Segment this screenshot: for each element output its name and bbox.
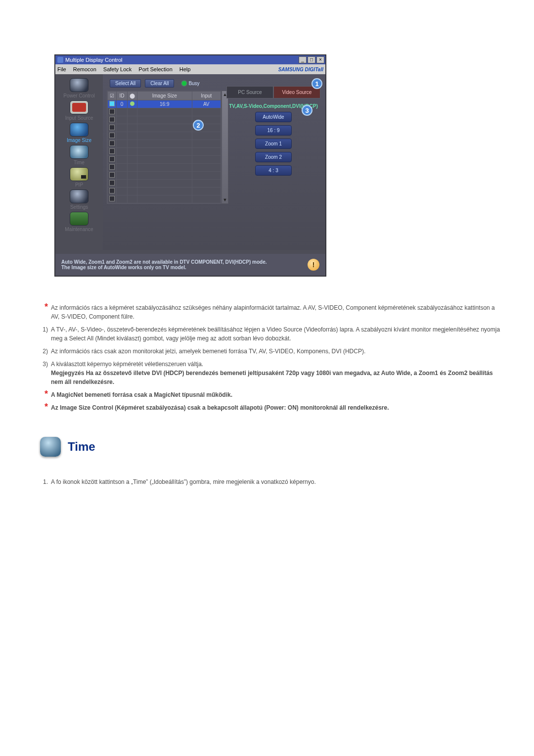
sidebar-item-image-size[interactable]: Image Size bbox=[57, 123, 101, 143]
table-row[interactable] bbox=[108, 132, 221, 140]
sidebar-item-settings[interactable]: Settings bbox=[57, 189, 101, 210]
footnote-line2: The Image size of AutoWide works only on… bbox=[61, 265, 267, 270]
callout-badge-3: 3 bbox=[302, 105, 312, 116]
window-title: Multiple Display Control bbox=[65, 57, 123, 63]
table-row[interactable] bbox=[108, 108, 221, 116]
row-checkbox[interactable] bbox=[109, 148, 115, 154]
brand-logo: SAMSUNG DIGITall bbox=[278, 67, 323, 72]
busy-dot-icon bbox=[182, 81, 186, 86]
row-checkbox[interactable] bbox=[109, 109, 115, 114]
menu-remocon[interactable]: Remocon bbox=[73, 66, 96, 72]
sidebar-item-power-control[interactable]: Power Control bbox=[57, 78, 101, 98]
row-checkbox[interactable] bbox=[109, 172, 115, 178]
sidebar-item-label: Maintenance bbox=[65, 227, 93, 232]
menu-file[interactable]: File bbox=[57, 66, 66, 72]
row-checkbox[interactable] bbox=[109, 125, 115, 130]
col-id: ID bbox=[117, 92, 128, 100]
paragraph-bold: A MagicNet bemeneti forrása csak a Magic… bbox=[51, 391, 232, 398]
sidebar-item-time[interactable]: Time bbox=[57, 145, 101, 165]
app-window: Multiple Display Control _ □ × File Remo… bbox=[55, 55, 326, 276]
opt-16-9[interactable]: 16 : 9 bbox=[255, 125, 292, 136]
paragraph: A TV-, AV-, S-Video-, összetevő-berendez… bbox=[51, 325, 502, 343]
menubar: File Remocon Safety Lock Port Selection … bbox=[55, 64, 325, 74]
star-icon: * bbox=[37, 403, 48, 412]
row-checkbox[interactable] bbox=[109, 196, 115, 201]
table-row[interactable] bbox=[108, 172, 221, 180]
section-time-heading: Time bbox=[37, 437, 502, 457]
row-checkbox[interactable] bbox=[109, 141, 115, 146]
input-source-icon bbox=[70, 100, 89, 114]
table-row[interactable] bbox=[108, 195, 221, 203]
paragraph-bold: Megjegyzés Ha az összetevő illetve DVI (… bbox=[51, 370, 493, 385]
star-icon: * bbox=[37, 390, 48, 399]
warning-icon: ! bbox=[308, 259, 319, 271]
app-footnote: Auto Wide, Zoom1 and Zoom2 are not avail… bbox=[55, 254, 325, 276]
opt-zoom1[interactable]: Zoom 1 bbox=[255, 139, 292, 149]
row-checkbox[interactable] bbox=[109, 180, 115, 186]
table-header-row: ☑ ID ⬤ Image Size Input bbox=[108, 92, 221, 100]
sidebar-item-maintenance[interactable]: Maintenance bbox=[57, 212, 101, 232]
sidebar-item-label: PIP bbox=[75, 182, 83, 188]
opt-zoom2[interactable]: Zoom 2 bbox=[255, 152, 292, 162]
col-input: Input bbox=[192, 92, 221, 100]
scroll-down-icon[interactable]: ▼ bbox=[223, 196, 227, 203]
table-row[interactable] bbox=[108, 156, 221, 164]
footnote-line1: Auto Wide, Zoom1 and Zoom2 are not avail… bbox=[61, 259, 267, 265]
table-row[interactable] bbox=[108, 116, 221, 124]
row-checkbox[interactable] bbox=[109, 156, 115, 162]
client-area: Power Control Input Source Image Size Ti… bbox=[55, 74, 325, 250]
sidebar-item-label: Input Source bbox=[65, 115, 93, 121]
clear-all-button[interactable]: Clear All bbox=[145, 79, 174, 88]
row-checkbox[interactable] bbox=[109, 101, 115, 106]
callout-badge-1: 1 bbox=[312, 78, 322, 89]
time-icon bbox=[70, 145, 89, 159]
table-row[interactable] bbox=[108, 188, 221, 195]
opt-autowide[interactable]: AutoWide bbox=[255, 112, 292, 122]
table-row[interactable] bbox=[108, 148, 221, 156]
source-options-panel: 1 PC Source Video Source TV,AV,S-Video,C… bbox=[226, 82, 320, 179]
cell-size: 16:9 bbox=[137, 100, 192, 108]
select-all-button[interactable]: Select All bbox=[110, 79, 141, 88]
table-row[interactable] bbox=[108, 180, 221, 188]
paragraph: A kiválasztott képernyo képméretét vélet… bbox=[51, 360, 502, 386]
minimize-button[interactable]: _ bbox=[299, 56, 307, 63]
body-text: * Az információs rács a képméret szabály… bbox=[37, 303, 502, 412]
table-row[interactable] bbox=[108, 164, 221, 172]
paragraph-bold: Az Image Size Control (Képméret szabályo… bbox=[51, 404, 389, 411]
paragraph-text: A kiválasztott képernyo képméretét vélet… bbox=[51, 361, 203, 368]
sidebar-item-input-source[interactable]: Input Source bbox=[57, 100, 101, 121]
opt-4-3[interactable]: 4 : 3 bbox=[255, 165, 292, 176]
row-checkbox[interactable] bbox=[109, 188, 115, 193]
col-lamp: ⬤ bbox=[128, 92, 137, 100]
power-icon bbox=[70, 78, 89, 92]
row-checkbox[interactable] bbox=[109, 133, 115, 138]
info-grid: ☑ ID ⬤ Image Size Input 0 16:9 bbox=[107, 91, 222, 204]
paragraph: A MagicNet bemeneti forrása csak a Magic… bbox=[51, 390, 502, 399]
row-checkbox[interactable] bbox=[109, 164, 115, 170]
row-checkbox[interactable] bbox=[109, 117, 115, 122]
cell-input: AV bbox=[192, 100, 221, 108]
window-buttons: _ □ × bbox=[299, 56, 324, 63]
close-button[interactable]: × bbox=[316, 56, 324, 63]
settings-icon bbox=[70, 189, 89, 203]
maintenance-icon bbox=[70, 212, 89, 226]
table-row[interactable] bbox=[108, 124, 221, 132]
list-marker: 2) bbox=[37, 347, 48, 356]
sidebar-item-label: Power Control bbox=[63, 93, 94, 98]
col-checkbox[interactable]: ☑ bbox=[108, 92, 117, 100]
maximize-button[interactable]: □ bbox=[308, 56, 315, 63]
menu-safety-lock[interactable]: Safety Lock bbox=[103, 66, 132, 72]
list-marker: 3) bbox=[37, 360, 48, 386]
sidebar-item-pip[interactable]: PIP bbox=[57, 167, 101, 188]
busy-indicator: Busy bbox=[182, 81, 199, 86]
cell-id: 0 bbox=[117, 100, 128, 108]
tab-pc-source[interactable]: PC Source bbox=[226, 86, 273, 98]
sidebar: Power Control Input Source Image Size Ti… bbox=[55, 74, 103, 250]
lamp-icon bbox=[130, 101, 134, 106]
menu-port-selection[interactable]: Port Selection bbox=[138, 66, 172, 72]
menu-help[interactable]: Help bbox=[179, 66, 191, 72]
col-image-size: Image Size bbox=[137, 92, 192, 100]
table-row[interactable]: 0 16:9 AV bbox=[108, 100, 221, 108]
table-row[interactable] bbox=[108, 140, 221, 148]
titlebar: Multiple Display Control _ □ × bbox=[55, 55, 325, 64]
